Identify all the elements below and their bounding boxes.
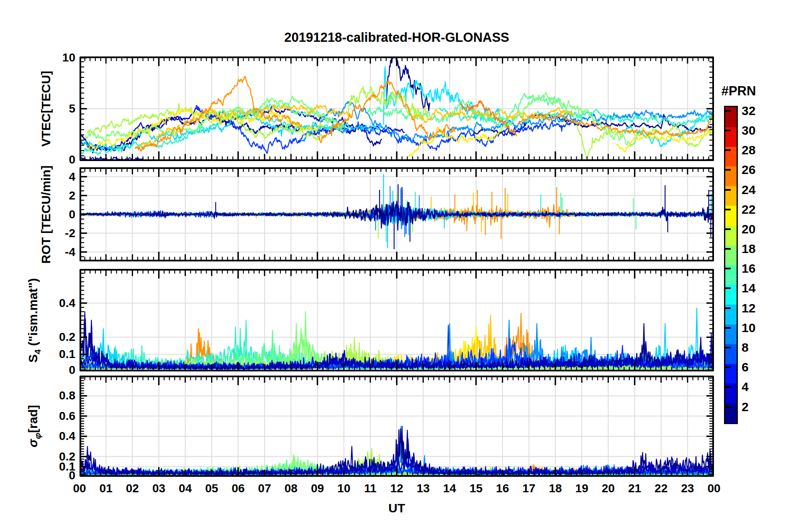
rot-axis-label-part: ROT [TECU/min]	[39, 165, 53, 263]
colorbar-tick-label: 10	[742, 321, 755, 335]
sigma_phi-axis-label-part: σ	[26, 439, 40, 448]
colorbar-tick-label: 28	[742, 143, 755, 157]
colorbar-tick-label: 12	[742, 301, 755, 315]
colorbar-tick	[725, 307, 731, 309]
colorbar-tick	[725, 149, 731, 151]
s4-ytick-label: 0	[21, 364, 75, 376]
colorbar-tick-label: 32	[742, 104, 755, 118]
colorbar-tick-label: 16	[742, 261, 755, 276]
colorbar-tick	[725, 406, 731, 408]
figure: 20191218-calibrated-HOR-GLONASS 1050VTEC…	[0, 0, 796, 532]
colorbar-tick	[725, 366, 731, 368]
vtec-ytick-label: 10	[21, 51, 75, 64]
colorbar-title: #PRN	[722, 84, 756, 99]
colorbar-tick-label: 4	[742, 380, 749, 394]
colorbar-tick	[725, 347, 731, 348]
colorbar-tick	[725, 248, 731, 250]
colorbar-tick-label: 24	[742, 183, 755, 197]
x-axis-label: UT	[388, 501, 405, 515]
colorbar-tick	[725, 189, 731, 191]
s4-axis-label: S4 ("ism.mat")	[26, 278, 43, 363]
colorbar-tick	[725, 169, 731, 171]
vtec-axis-label-part: VTEC[TECU]	[39, 71, 53, 147]
colorbar-tick-label: 8	[742, 340, 749, 355]
sigma_phi-panel	[80, 376, 714, 477]
s4-axis-label-part: ("ism.mat")	[26, 278, 40, 349]
s4-axis-label-part: S	[26, 354, 40, 362]
colorbar-tick-label: 14	[742, 281, 755, 295]
colorbar-tick-label: 30	[742, 123, 755, 138]
colorbar-tick-label: 18	[742, 242, 755, 256]
sigma_phi-axis-label-part: [rad]	[26, 405, 40, 433]
vtec-canvas	[80, 56, 714, 161]
colorbar-tick	[725, 386, 731, 388]
colorbar-tick-label: 2	[742, 400, 749, 414]
s4-panel	[80, 269, 714, 371]
sigma_phi-canvas	[80, 376, 714, 477]
x-tick-label: 00	[697, 482, 731, 495]
colorbar-tick-label: 26	[742, 163, 755, 177]
vtec-panel	[80, 56, 714, 161]
vtec-ytick-label: 0	[21, 153, 75, 166]
sigma_phi-ytick-label: 0.8	[21, 389, 75, 402]
rot-axis-label: ROT [TECU/min]	[39, 165, 53, 263]
s4-canvas	[80, 269, 714, 371]
colorbar-tick	[725, 130, 731, 131]
colorbar-tick	[725, 209, 731, 210]
colorbar-tick	[725, 110, 731, 112]
rot-panel	[80, 167, 714, 261]
colorbar	[724, 106, 738, 424]
colorbar-tick-label: 20	[742, 222, 755, 236]
colorbar-tick	[725, 268, 731, 269]
sigma_phi-ytick-label: 0	[21, 469, 75, 482]
rot-canvas	[80, 167, 714, 261]
colorbar-tick	[725, 287, 731, 289]
sigma_phi-axis-label: σφ[rad]	[26, 405, 43, 447]
plot-title: 20191218-calibrated-HOR-GLONASS	[284, 30, 509, 45]
colorbar-tick-label: 22	[742, 202, 755, 217]
colorbar-tick	[725, 327, 731, 329]
sigma_phi-axis-label-part: φ	[33, 433, 42, 439]
vtec-axis-label: VTEC[TECU]	[39, 71, 53, 147]
colorbar-tick	[725, 228, 731, 230]
colorbar-tick-label: 6	[742, 360, 749, 374]
s4-axis-label-part: 4	[33, 349, 42, 354]
